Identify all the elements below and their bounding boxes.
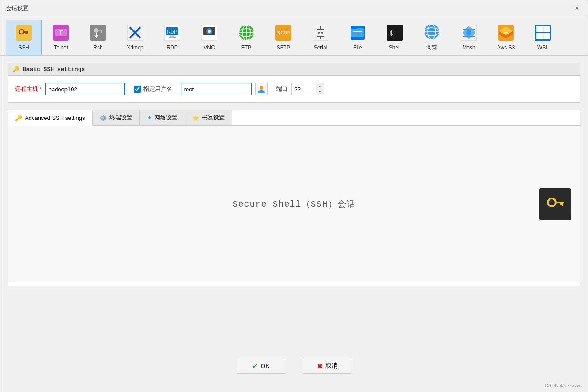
svg-point-37 [321,32,323,34]
tab-ftp[interactable]: FTP [228,20,264,55]
tab-wsl-label: WSL [537,45,549,51]
remote-host-input[interactable] [45,83,125,95]
key-large-icon [545,194,566,215]
adv-tab-ssh-icon: 🔑 [15,115,22,121]
tab-sftp[interactable]: SFTP SFTP [265,20,302,55]
remote-host-label: 远程主机 * [15,85,42,93]
tab-vnc-label: VNC [204,45,215,51]
svg-rect-15 [170,35,174,37]
tab-xdmcp[interactable]: Xdmcp [117,20,153,55]
svg-point-62 [260,86,263,90]
adv-tab-bookmark-icon: ⭐ [192,115,199,121]
svg-rect-41 [353,31,362,32]
tab-rdp[interactable]: RDP RDP [154,20,190,55]
tab-shell-label: Shell [389,45,401,51]
main-content: 🔑 Basic SSH settings 远程主机 * 指定用户名 [0,56,588,293]
basic-settings-icon: 🔑 [12,66,19,73]
svg-rect-4 [25,33,26,34]
adv-tab-terminal-icon: ⚙️ [100,115,107,121]
tab-awss3[interactable]: S3 Aws S3 [488,20,524,55]
basic-settings-body: 远程主机 * 指定用户名 [8,76,580,102]
user-browse-button[interactable] [255,83,268,95]
svg-rect-60 [536,33,543,39]
tab-browse-label: 浏览 [426,44,437,51]
advanced-settings-section: 🔑 Advanced SSH settings ⚙️ 终端设置 ✦ 网络设置 ⭐… [8,110,580,286]
basic-settings-title: Basic SSH settings [23,66,85,73]
tab-browse[interactable]: 浏览 [414,20,450,55]
adv-tab-ssh-label: Advanced SSH settings [25,115,85,121]
svg-point-63 [548,198,556,206]
close-button[interactable]: × [572,3,582,14]
tab-ftp-label: FTP [241,45,252,51]
tab-xdmcp-label: Xdmcp [127,45,143,51]
cancel-button[interactable]: ✖ 取消 [303,358,351,374]
username-group [181,83,268,95]
username-input[interactable] [181,83,252,95]
sftp-icon: SFTP [275,25,291,43]
port-label: 端口 [276,85,288,93]
watermark: CSDN @zzzacac [545,383,582,388]
svg-rect-8 [90,25,106,41]
telnet-icon: T [53,25,69,43]
tab-wsl[interactable]: WSL [525,20,561,55]
title-bar: 会话设置 × [0,0,588,16]
tab-telnet[interactable]: T Telnet [43,20,79,55]
browse-icon [424,24,440,42]
cancel-label: 取消 [325,362,338,370]
adv-tab-network-icon: ✦ [147,115,152,121]
tab-ssh[interactable]: SSH [6,20,42,55]
adv-tab-network[interactable]: ✦ 网络设置 [140,110,185,125]
tab-mosh[interactable]: Mosh [451,20,487,55]
svg-text:RDP: RDP [167,29,177,34]
tab-file[interactable]: File [339,20,376,55]
adv-tab-terminal[interactable]: ⚙️ 终端设置 [93,110,140,125]
svg-text:SFTP: SFTP [277,30,290,35]
tab-ssh-label: SSH [19,45,30,51]
port-increment-button[interactable]: ▲ [316,83,324,89]
adv-tab-terminal-label: 终端设置 [109,114,132,122]
adv-tab-bookmark[interactable]: ⭐ 书签设置 [185,110,232,125]
svg-point-21 [208,30,211,33]
svg-rect-16 [169,37,176,38]
ssh-session-label: Secure Shell（SSH）会话 [232,198,355,210]
port-input[interactable] [291,83,316,95]
ok-label: OK [260,362,269,370]
shell-icon: $_ [387,25,403,43]
tab-telnet-label: Telnet [54,45,68,51]
svg-point-9 [94,28,98,33]
cancel-icon: ✖ [317,362,323,370]
port-decrement-button[interactable]: ▼ [316,89,324,95]
tab-sftp-label: SFTP [277,45,290,51]
svg-text:$_: $_ [389,30,397,37]
remote-host-group: 远程主机 * [15,83,125,95]
adv-tab-ssh[interactable]: 🔑 Advanced SSH settings [8,110,93,126]
username-checkbox[interactable] [134,86,141,93]
tab-mosh-label: Mosh [462,45,475,51]
user-browse-icon [257,85,266,93]
username-checkbox-label: 指定用户名 [143,85,172,93]
adv-tab-bookmark-label: 书签设置 [202,114,225,122]
svg-rect-3 [26,31,28,34]
rdp-icon: RDP [164,25,180,43]
vnc-icon [201,25,217,43]
tab-rsh[interactable]: Rsh [80,20,116,55]
svg-text:S3: S3 [504,32,508,35]
tab-rsh-label: Rsh [93,45,102,51]
tab-serial-label: Serial [314,45,328,51]
svg-point-50 [466,30,471,35]
file-icon [350,25,366,43]
rsh-icon [90,25,106,43]
tab-serial[interactable]: Serial [302,20,339,55]
wsl-icon [535,25,551,43]
protocol-tabs: SSH T Telnet Rsh [0,16,588,56]
tab-shell[interactable]: $_ Shell [377,20,413,55]
awss3-icon: S3 [498,25,514,43]
footer: ✔ OK ✖ 取消 [0,358,588,374]
tab-vnc[interactable]: VNC [191,20,227,55]
svg-rect-61 [543,33,550,39]
ok-button[interactable]: ✔ OK [237,358,285,374]
xdmcp-icon [127,25,143,43]
tab-file-label: File [353,45,362,51]
port-input-wrap: ▲ ▼ [291,83,324,95]
tab-awss3-label: Aws S3 [497,45,515,51]
